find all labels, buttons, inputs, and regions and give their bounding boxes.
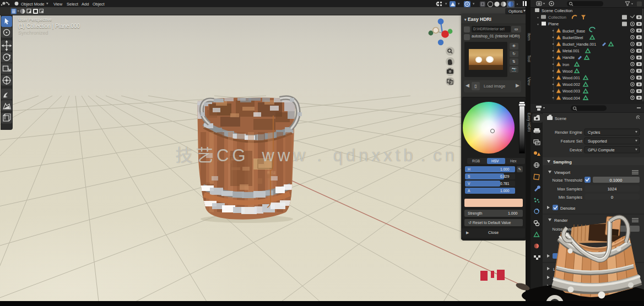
svg-text:Viewport: Viewport — [554, 170, 571, 175]
svg-text:GPU Compute: GPU Compute — [588, 147, 615, 152]
svg-text:Cycles: Cycles — [588, 130, 600, 135]
svg-text:Add: Add — [82, 2, 89, 7]
svg-text:Object: Object — [93, 2, 105, 7]
svg-text:Wood.001: Wood.001 — [562, 76, 580, 80]
svg-text:Bucket_Base: Bucket_Base — [562, 29, 585, 34]
svg-text:0.1000: 0.1000 — [610, 178, 623, 183]
svg-text:0: 0 — [611, 195, 613, 200]
svg-text:Wood.003: Wood.003 — [562, 89, 580, 93]
svg-text:1024: 1024 — [608, 187, 617, 192]
svg-text:Device: Device — [570, 147, 582, 152]
svg-text:Options: Options — [508, 9, 523, 14]
svg-text:Min Samples: Min Samples — [559, 195, 583, 200]
svg-text:Feature Set: Feature Set — [561, 139, 583, 144]
svg-text:Scene Collection: Scene Collection — [542, 8, 572, 13]
svg-text:Max Samples: Max Samples — [558, 187, 583, 192]
svg-text:Select: Select — [67, 2, 79, 7]
svg-text:Wood.004: Wood.004 — [562, 96, 580, 100]
svg-text:View: View — [53, 2, 63, 7]
svg-text:Handle: Handle — [562, 56, 575, 59]
svg-text:Wood.002: Wood.002 — [562, 83, 580, 86]
svg-text:Iron: Iron — [562, 63, 569, 67]
svg-text:Bucket_Handle.001: Bucket_Handle.001 — [562, 42, 596, 47]
svg-text:Noise Threshold: Noise Threshold — [553, 178, 582, 183]
svg-text:Object Mode: Object Mode — [21, 2, 45, 7]
svg-text:Scene: Scene — [555, 116, 566, 121]
svg-text:Collection: Collection — [548, 15, 566, 20]
svg-text:Sampling: Sampling — [553, 160, 572, 165]
svg-text:Wood: Wood — [562, 69, 572, 73]
svg-text:Render Engine: Render Engine — [555, 130, 582, 135]
svg-text:Metal.001: Metal.001 — [562, 49, 580, 53]
svg-text:Plane: Plane — [548, 21, 559, 26]
svg-text:BucketSteel: BucketSteel — [562, 36, 583, 40]
svg-text:Supported: Supported — [588, 139, 607, 144]
